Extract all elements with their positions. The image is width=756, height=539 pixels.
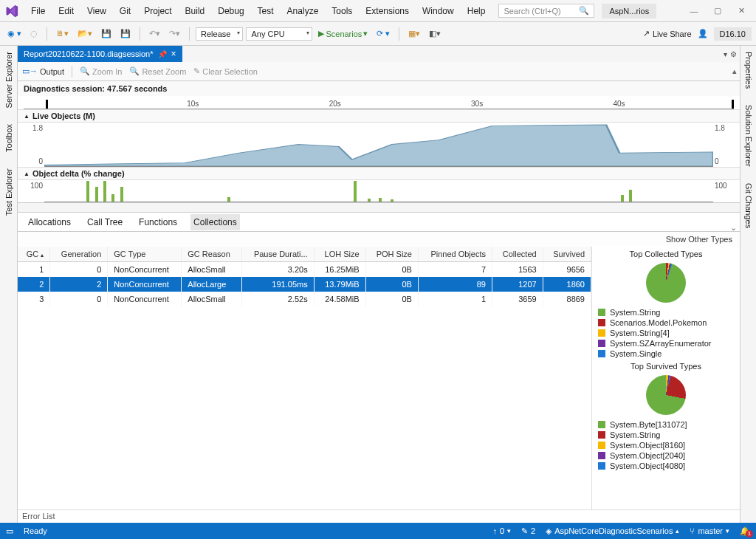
undo-button[interactable]: ↶▾ [146, 27, 163, 40]
tab-menu-dropdown-icon[interactable]: ▾ [724, 50, 727, 58]
legend-item[interactable]: System.Object[2040] [598, 450, 734, 461]
menu-test[interactable]: Test [252, 3, 280, 19]
chart-object-delta: 100 100 [24, 180, 734, 202]
legend-item[interactable]: System.String[4] [598, 328, 734, 338]
legend-item[interactable]: System.SZArrayEnumerator [598, 338, 734, 349]
splitter[interactable] [18, 202, 740, 213]
close-tab-icon[interactable]: × [171, 49, 176, 59]
table-row[interactable]: 30NonConcurrentAllocSmall2.52s24.58MiB0B… [18, 292, 591, 306]
clear-label: Clear Selection [202, 67, 258, 76]
menu-window[interactable]: Window [416, 3, 460, 19]
detail-tab-call-tree[interactable]: Call Tree [84, 214, 126, 230]
legend-item[interactable]: System.Single [598, 349, 734, 359]
reset-zoom-button[interactable]: 🔍 Reset Zoom [129, 66, 186, 76]
delta-bar [95, 187, 98, 202]
status-unpushed[interactable]: ↑ 0 ▾ [492, 526, 511, 535]
col-gc-type[interactable]: GC Type [108, 247, 182, 262]
chart2-header[interactable]: ▲Object delta (% change) [18, 167, 740, 180]
cell: 2 [50, 277, 108, 292]
col-gc-reason[interactable]: GC Reason [182, 247, 241, 262]
menu-analyze[interactable]: Analyze [281, 3, 325, 19]
show-other-types-link[interactable]: Show Other Types [18, 232, 740, 247]
legend-swatch [598, 350, 605, 357]
chart1-header[interactable]: ▲Live Objects (M) [18, 109, 740, 123]
left-tab-server-explorer[interactable]: Server Explorer [3, 49, 15, 111]
left-tab-test-explorer[interactable]: Test Explorer [3, 165, 15, 219]
error-list-tab[interactable]: Error List [18, 509, 740, 523]
legend-item[interactable]: System.String [598, 430, 734, 440]
cell: NonConcurrent [108, 277, 182, 292]
refresh-button[interactable]: ⟳ ▾ [374, 27, 393, 40]
menu-extensions[interactable]: Extensions [360, 3, 415, 19]
detail-tab-collections[interactable]: Collections [190, 214, 240, 230]
right-tab-properties[interactable]: Properties [743, 49, 755, 92]
legend-item[interactable]: System.Object[8160] [598, 440, 734, 450]
forward-button[interactable]: ◌ [27, 27, 41, 40]
ruler-end-marker[interactable] [732, 100, 734, 109]
minimize-button[interactable]: — [684, 4, 704, 18]
tab-options-icon[interactable]: ⚙ [730, 50, 737, 58]
menu-file[interactable]: File [25, 3, 51, 19]
col-loh-size[interactable]: LOH Size [314, 247, 365, 262]
maximize-button[interactable]: ▢ [707, 4, 728, 18]
output-button[interactable]: ▭→ Output [22, 66, 64, 76]
redo-button[interactable]: ↷▾ [166, 27, 183, 40]
scroll-down-icon[interactable]: ⌄ [730, 223, 737, 233]
diag-toolbar: ▭→ Output 🔍 Zoom In 🔍 Reset Zoom ✎ Clear… [18, 62, 740, 81]
table-row[interactable]: 10NonConcurrentAllocSmall3.20s16.25MiB0B… [18, 262, 591, 278]
col-pause-durati-[interactable]: Pause Durati... [241, 247, 314, 262]
menu-view[interactable]: View [81, 3, 112, 19]
chart1-ymax-l: 1.8 [25, 124, 43, 132]
notifications-icon[interactable]: 🔔1 [740, 526, 750, 536]
col-pinned-objects[interactable]: Pinned Objects [418, 247, 492, 262]
menu-git[interactable]: Git [114, 3, 137, 19]
pin-icon[interactable]: 📌 [158, 50, 167, 58]
right-tab-git-changes[interactable]: Git Changes [743, 180, 755, 231]
menu-edit[interactable]: Edit [52, 3, 80, 19]
legend-swatch [598, 462, 605, 470]
menu-debug[interactable]: Debug [212, 3, 250, 19]
save-all-button[interactable]: 💾 [117, 27, 134, 40]
col-collected[interactable]: Collected [492, 247, 543, 262]
platform-dropdown[interactable]: Any CPU [246, 27, 312, 41]
file-tab[interactable]: Report20210622-1100.diagsession* 📌 × [18, 46, 182, 62]
account-icon[interactable]: 👤 [695, 27, 711, 40]
legend-item[interactable]: System.String [598, 307, 734, 317]
solution-name[interactable]: AspN...rios [602, 4, 656, 18]
status-project[interactable]: ◈ AspNetCoreDiagnosticScenarios ▴ [546, 526, 679, 536]
col-poh-size[interactable]: POH Size [365, 247, 418, 262]
menu-tools[interactable]: Tools [326, 3, 358, 19]
right-tab-solution-explorer[interactable]: Solution Explorer [743, 102, 755, 170]
new-item-button[interactable]: 🗎▾ [53, 27, 72, 40]
live-share-button[interactable]: ↗ Live Share [643, 29, 692, 38]
menu-help[interactable]: Help [461, 3, 492, 19]
table-row[interactable]: 22NonConcurrentAllocLarge191.05ms13.79Mi… [18, 277, 591, 292]
back-button[interactable]: ◉ ▾ [4, 27, 24, 40]
legend-item[interactable]: System.Byte[131072] [598, 419, 734, 430]
config-dropdown[interactable]: Release [196, 27, 243, 41]
timeline-ruler[interactable]: 10s20s30s40s [24, 96, 734, 109]
toolbox-button-1[interactable]: ▦▾ [405, 27, 423, 40]
ruler-start-marker[interactable] [46, 100, 48, 109]
zoom-in-button[interactable]: 🔍 Zoom In [80, 66, 122, 76]
left-tab-toolbox[interactable]: Toolbox [3, 121, 15, 155]
legend-item[interactable]: System.Object[4080] [598, 461, 734, 471]
clear-selection-button[interactable]: ✎ Clear Selection [193, 66, 258, 76]
run-button[interactable]: ▶ Scenarios ▾ [315, 27, 371, 40]
status-changes[interactable]: ✎ 2 [521, 526, 535, 536]
col-survived[interactable]: Survived [543, 247, 591, 262]
status-branch[interactable]: ⑂ master ▾ [690, 526, 729, 535]
close-button[interactable]: ✕ [731, 4, 752, 18]
detail-tab-allocations[interactable]: Allocations [25, 214, 74, 230]
detail-tab-functions[interactable]: Functions [136, 214, 180, 230]
col-gc[interactable]: GC ▴ [18, 247, 50, 262]
menu-build[interactable]: Build [179, 3, 211, 19]
menu-project[interactable]: Project [138, 3, 177, 19]
search-input[interactable]: Search (Ctrl+Q) 🔍 [498, 4, 594, 18]
scroll-up-icon[interactable]: ▴ [732, 66, 737, 76]
col-generation[interactable]: Generation [50, 247, 108, 262]
toolbox-button-2[interactable]: ◧▾ [426, 27, 444, 40]
open-button[interactable]: 📂▾ [75, 27, 95, 40]
legend-item[interactable]: Scenarios.Model.Pokemon [598, 317, 734, 328]
save-button[interactable]: 💾 [98, 27, 114, 40]
